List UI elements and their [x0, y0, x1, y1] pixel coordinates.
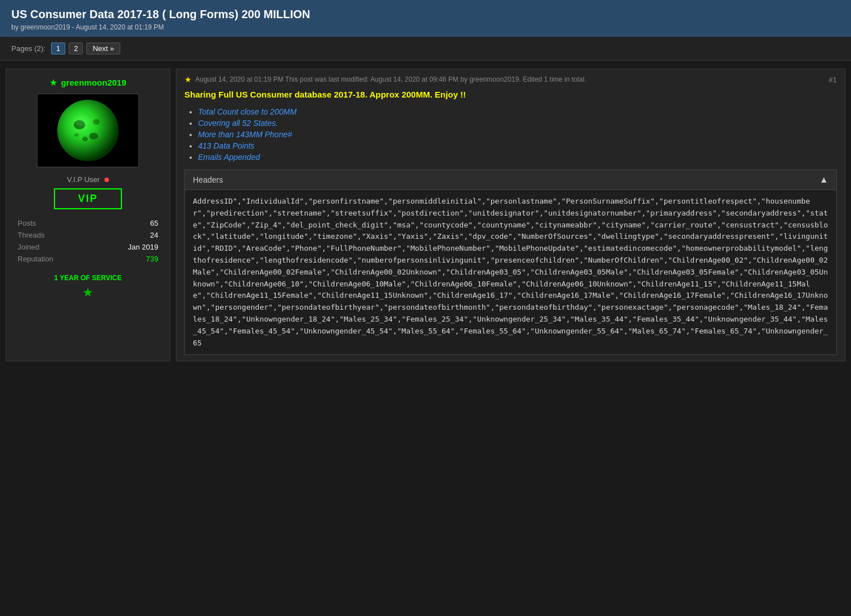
post-meta-left: ★ August 14, 2020 at 01:19 PM This post …	[184, 75, 587, 84]
user-sidebar: ★ greenmoon2019	[6, 69, 170, 361]
page-1-button[interactable]: 1	[51, 43, 65, 54]
post-star-icon: ★	[184, 75, 192, 84]
username-area: ★ greenmoon2019	[49, 77, 126, 88]
bullet-item-5: Emails Appended	[198, 153, 837, 162]
reputation-stat: Reputation 739	[12, 253, 164, 265]
main-content: ★ greenmoon2019	[0, 61, 851, 369]
post-meta-text: August 14, 2020 at 01:19 PM This post wa…	[195, 75, 587, 83]
headers-content: AddressID","IndividualId","personfirstna…	[185, 190, 836, 355]
user-star-icon: ★	[49, 77, 57, 88]
posts-label: Posts	[18, 219, 36, 227]
joined-stat: Joined Jan 2019	[12, 241, 164, 253]
reputation-label: Reputation	[18, 255, 53, 263]
page-subtitle: by greenmoon2019 - August 14, 2020 at 01…	[11, 23, 840, 31]
joined-label: Joined	[18, 243, 39, 251]
headers-title-bar: Headers ▲	[185, 170, 836, 190]
role-label: V.I.P User	[67, 175, 100, 184]
bullet-item-3: More than 143MM Phone#	[198, 130, 837, 139]
svg-point-6	[73, 115, 89, 126]
role-status-dot	[104, 178, 109, 182]
threads-stat: Threads 24	[12, 229, 164, 241]
posts-value: 65	[150, 219, 158, 227]
bullet-item-2: Covering all 52 States.	[198, 119, 837, 128]
headers-toggle-icon[interactable]: ▲	[819, 175, 828, 185]
pages-label: Pages (2):	[11, 44, 45, 53]
svg-point-2	[89, 133, 98, 140]
page-2-button[interactable]: 2	[69, 43, 83, 54]
threads-value: 24	[150, 231, 158, 239]
headers-title: Headers	[193, 175, 223, 184]
posts-stat: Posts 65	[12, 217, 164, 229]
post-heading: Sharing Full US Consumer database 2017-1…	[184, 90, 837, 99]
next-page-button[interactable]: Next »	[86, 43, 120, 54]
avatar-container	[37, 94, 139, 167]
avatar-moon-image	[54, 96, 122, 164]
bullet-item-4: 413 Data Points	[198, 141, 837, 150]
post-number: #1	[829, 75, 837, 84]
feature-list: Total Count close to 200MM Covering all …	[184, 107, 837, 162]
svg-point-4	[93, 119, 100, 125]
page-title: US Consumer Data 2017-18 ( Long Forms) 2…	[11, 8, 840, 21]
user-role-area: V.I.P User	[67, 175, 109, 184]
service-label: 1 YEAR OF SERVICE	[54, 274, 122, 282]
pagination-bar: Pages (2): 1 2 Next »	[0, 37, 851, 61]
service-star-icon: ★	[82, 285, 94, 300]
header-bar: US Consumer Data 2017-18 ( Long Forms) 2…	[0, 0, 851, 37]
bullet-item-1: Total Count close to 200MM	[198, 107, 837, 116]
vip-badge: VIP	[54, 188, 121, 209]
username[interactable]: greenmoon2019	[61, 78, 126, 87]
svg-point-3	[82, 137, 88, 141]
svg-point-5	[74, 133, 79, 137]
reputation-value: 739	[146, 255, 158, 263]
post-meta: ★ August 14, 2020 at 01:19 PM This post …	[184, 75, 837, 84]
post-content: ★ August 14, 2020 at 01:19 PM This post …	[176, 69, 845, 361]
threads-label: Threads	[18, 231, 45, 239]
user-stats: Posts 65 Threads 24 Joined Jan 2019 Repu…	[12, 217, 164, 265]
joined-value: Jan 2019	[128, 243, 159, 251]
headers-section: Headers ▲ AddressID","IndividualId","per…	[184, 170, 837, 355]
svg-point-0	[57, 100, 119, 161]
